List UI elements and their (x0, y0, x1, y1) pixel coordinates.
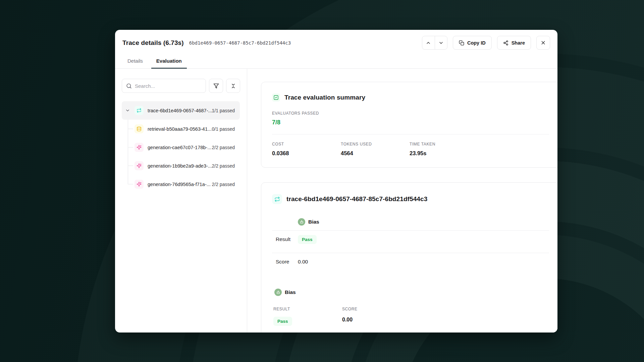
filter-funnel-icon (213, 83, 219, 89)
share-label: Share (512, 40, 525, 46)
stat-value: 4564 (341, 150, 410, 157)
result-label: Result (276, 236, 298, 242)
score-value: 0.00 (342, 317, 411, 323)
copy-id-button[interactable]: Copy ID (453, 36, 492, 50)
pass-badge: Pass (273, 317, 292, 326)
modal-title: Trace details (6.73s) (122, 39, 184, 47)
stat-label: TOKENS USED (341, 142, 410, 146)
stat-time-taken: TIME TAKEN 23.95s (410, 142, 478, 157)
tree-item-trace[interactable]: trace-6bd1e469-0657-4687-... 1/1 passed (122, 101, 240, 120)
next-trace-button[interactable] (435, 36, 447, 49)
score-header: SCORE (342, 307, 411, 311)
score-value: 0.00 (298, 259, 308, 265)
trace-evaluation-card: trace-6bd1e469-0657-4687-85c7-6bd21df544… (261, 182, 557, 333)
chevrons-collapse-icon (230, 83, 236, 89)
check-square-icon (272, 94, 280, 102)
modal-header: Trace details (6.73s) 6bd1e469-0657-4687… (115, 30, 557, 50)
sparkles-icon (135, 143, 144, 152)
group-result-col: RESULT Pass (273, 307, 342, 326)
tree-item-status: 2/2 passed (212, 163, 240, 169)
stat-cost: COST 0.0368 (272, 142, 341, 157)
trace-id-text: 6bd1e469-0657-4687-85c7-6bd21df544c3 (189, 40, 291, 46)
tree-item-label: generation-cae67c07-178b-... (148, 145, 211, 150)
trace-tree: trace-6bd1e469-0657-4687-... 1/1 passed … (122, 101, 240, 193)
trace-details-modal: Trace details (6.73s) 6bd1e469-0657-4687… (115, 30, 557, 333)
trace-evaluation-summary-card: Trace evaluation summary EVALUATORS PASS… (261, 82, 557, 168)
result-header: RESULT (273, 307, 342, 311)
tree-item-generation-2[interactable]: generation-1b9be2a9-ade3-... 2/2 passed (122, 157, 240, 175)
tree-item-generation-3[interactable]: generation-76d9565a-f71a-... 2/2 passed (122, 175, 240, 193)
evaluation-panel: Trace evaluation summary EVALUATORS PASS… (247, 69, 557, 333)
copy-id-label: Copy ID (467, 40, 486, 46)
tree-connector-line (128, 129, 133, 129)
sparkles-icon (135, 180, 144, 189)
trace-tree-sidebar: trace-6bd1e469-0657-4687-... 1/1 passed … (115, 69, 247, 333)
stat-value: 23.95s (410, 150, 478, 157)
tree-item-status: 2/2 passed (212, 145, 240, 150)
prev-trace-button[interactable] (422, 36, 435, 49)
tree-item-label: generation-76d9565a-f71a-... (148, 182, 211, 187)
divider (272, 134, 549, 134)
summary-card-title: Trace evaluation summary (284, 94, 365, 101)
close-icon (540, 40, 546, 46)
header-actions: Copy ID Share (422, 36, 550, 50)
tree-item-status: 2/2 passed (212, 182, 240, 187)
search-input[interactable] (135, 83, 202, 89)
close-button[interactable] (536, 36, 550, 50)
tree-item-generation-1[interactable]: generation-cae67c07-178b-... 2/2 passed (122, 138, 240, 157)
trace-card-title: trace-6bd1e469-0657-4687-85c7-6bd21df544… (286, 195, 427, 203)
share-icon (503, 40, 508, 46)
tree-item-label: generation-1b9be2a9-ade3-... (148, 163, 212, 169)
score-row: Score 0.00 (272, 253, 549, 270)
tree-connector-line (128, 147, 133, 147)
collapse-all-button[interactable] (226, 79, 240, 93)
repeat-trace-icon (272, 194, 282, 204)
stat-tokens-used: TOKENS USED 4564 (341, 142, 410, 157)
chevron-down-icon (438, 40, 444, 46)
sparkles-icon (135, 161, 144, 170)
filter-button[interactable] (209, 79, 223, 93)
tab-details[interactable]: Details (122, 55, 148, 69)
robot-evaluator-icon (298, 218, 305, 226)
result-row: Result Pass (272, 231, 549, 248)
chevron-up-icon (426, 40, 431, 46)
summary-stats-row: COST 0.0368 TOKENS USED 4564 TIME TAKEN … (272, 142, 549, 157)
tab-evaluation[interactable]: Evaluation (151, 55, 187, 69)
tab-bar: Details Evaluation (115, 55, 557, 69)
bias-evaluator-group: Bias RESULT Pass SCORE 0.00 (272, 289, 549, 326)
evaluators-passed-label: EVALUATORS PASSED (272, 111, 549, 116)
share-button[interactable]: Share (497, 36, 531, 50)
pass-badge: Pass (298, 235, 317, 244)
tree-item-status: 1/1 passed (212, 108, 240, 113)
evaluator-name: Bias (308, 219, 319, 225)
expand-chevron-icon[interactable] (124, 108, 131, 113)
bias-evaluator-section: Bias Result Pass Score 0.00 (272, 218, 549, 270)
tree-item-label: trace-6bd1e469-0657-4687-... (148, 108, 212, 113)
trace-nav-group (422, 36, 447, 50)
stat-label: TIME TAKEN (410, 142, 478, 146)
search-icon (126, 83, 132, 89)
copy-icon (459, 40, 464, 46)
database-icon (135, 124, 144, 133)
search-box (122, 79, 206, 93)
robot-evaluator-icon (274, 289, 282, 296)
evaluator-name: Bias (285, 289, 296, 295)
score-label: Score (276, 259, 298, 265)
tree-connector-line (128, 166, 133, 166)
stat-value: 0.0368 (272, 150, 341, 157)
tree-item-status: 0/1 passed (212, 126, 240, 132)
evaluators-passed-value: 7/8 (272, 119, 549, 126)
stat-label: COST (272, 142, 341, 146)
group-score-col: SCORE 0.00 (342, 307, 411, 326)
tree-item-retrieval[interactable]: retrieval-b50aaa79-0563-41... 0/1 passed (122, 120, 240, 138)
repeat-trace-icon (135, 106, 144, 115)
tree-item-label: retrieval-b50aaa79-0563-41... (148, 126, 212, 132)
tree-connector-line (128, 184, 133, 184)
